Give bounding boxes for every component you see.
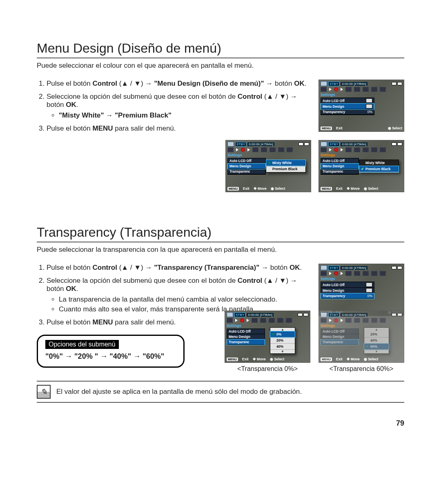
camera-icon [321,81,327,86]
popup-option-40[interactable]: 40% [270,344,295,350]
caption-transparency-60: <Transparencia 60%> [330,365,394,373]
popup-option-60[interactable]: ✔60% [364,344,389,350]
section2-step1: Pulse el botón Control (▲ / ▼) → "Transp… [47,264,310,272]
battery-icon [392,142,402,146]
section1-step1: Pulse el botón Control (▲ / ▼) → "Menu D… [47,80,310,88]
battery-icon [392,313,402,316]
menu-item-auto-lcd[interactable]: Auto LCD Off [321,98,374,104]
play-icon [329,88,332,91]
section2-step2: Seleccione la opción del submenú que des… [47,277,310,313]
section2-heading: Transparency (Transparencia) [37,225,404,242]
battery-icon [392,266,402,269]
section1-step2-options: "Misty White" → "Premium Black" [59,111,172,119]
popup-option-premium-black[interactable]: ✔Premium Black [359,166,399,172]
popup-option-misty-white[interactable]: Misty White [359,160,399,166]
section2-step2-bullet1: La transparencia de la pantalla del menú… [59,295,310,304]
section1-intro: Puede seleccionar el colour con el que a… [37,62,404,70]
menu-pill: MENU [321,127,332,130]
caption-transparency-0: <Transparencia 0%> [237,365,298,373]
stby-indicator: STBY [328,82,339,86]
page-number: 79 [37,419,404,428]
submenu-options-label: Opciones del submenú [45,340,119,349]
section1-steps: Pulse el botón Control (▲ / ▼) → "Menu D… [37,80,310,133]
up-arrow-icon[interactable]: ▲ [270,328,295,331]
screenshot-transparency-60: STBY 0:00:00 [475Min] Settings Auto LCD … [318,311,404,363]
battery-icon [298,313,308,316]
exit-label: Exit [336,126,343,130]
screenshot-settings-transparency: STBY 0:00:00 [475Min] Settings Auto LCD … [318,264,404,316]
screenshot-premium-black: STBY 0:00:00 [475Min] Settings Auto LCD … [318,140,404,192]
submenu-options-box: Opciones del submenú "0%" → "20% " → "40… [37,335,185,368]
section1-step3: Pulse el botón MENU para salir del menú. [47,124,310,133]
menu-item-menu-design[interactable]: Menu Design [321,288,374,293]
battery-icon [298,142,309,146]
menu-item-transparency[interactable]: Transparency0% [321,293,374,299]
menu-item-menu-design[interactable]: Menu Design [321,104,374,109]
menu-design-popup[interactable]: ✔Misty White Premium Black [266,160,306,173]
section1-step2: Seleccione la opción del submenú que des… [47,93,310,120]
popup-option-misty-white[interactable]: ✔Misty White [266,160,305,166]
menu-item-transparency[interactable]: Transparency0% [321,109,374,115]
screenshot-misty-white: STBY 0:00:00 [475Min] Settings Auto LCD … [225,140,311,192]
camera-icon [321,265,327,270]
popup-option-20[interactable]: 20% [270,337,295,344]
transparency-popup[interactable]: ▲ ✔0% 20% 40% ▼ [270,327,295,354]
settings-tab[interactable]: Settings [321,93,402,97]
camera-icon [227,312,233,317]
popup-option-premium-black[interactable]: Premium Black [266,166,305,172]
screenshot-settings-menu-design: STBY 0:00:00 [475Min] Settings Auto LCD … [318,80,404,132]
camera-icon [321,312,327,317]
select-label: Select [392,126,402,130]
down-arrow-icon[interactable]: ▼ [270,350,295,353]
popup-option-0[interactable]: ✔0% [270,331,295,337]
battery-icon [392,82,402,85]
transparency-popup-60[interactable]: ▲ 20% 40% ✔60% ▼ [364,327,389,354]
popup-option-20[interactable]: 20% [364,331,389,337]
time-indicator: 0:00:00 [475Min] [341,82,368,86]
section1-heading: Menu Design (Diseño de menú) [37,41,404,58]
tab-icons [321,87,402,92]
record-icon [334,87,338,91]
note-row: ✎ El valor del ajuste se aplica en la pa… [37,381,404,403]
screenshot-transparency-0: STBY 0:00:00 [475Min] Settings Auto LCD … [225,311,310,363]
camera-icon [227,142,234,147]
menu-design-popup-dark[interactable]: Misty White ✔Premium Black [359,160,399,173]
camera-icon [321,142,327,147]
menu-item-auto-lcd[interactable]: Auto LCD Off [321,282,374,288]
note-icon: ✎ [37,385,51,399]
settings-menu-list[interactable]: Auto LCD Off Menu Design Transparency0% [321,98,374,115]
popup-option-40[interactable]: 40% [364,337,389,344]
note-text: El valor del ajuste se aplica en la pant… [56,388,302,396]
section2-intro: Puede seleccionar la transparencia con l… [37,246,404,254]
submenu-options-values: "0%" → "20% " → "40%" → "60%" [45,352,176,361]
